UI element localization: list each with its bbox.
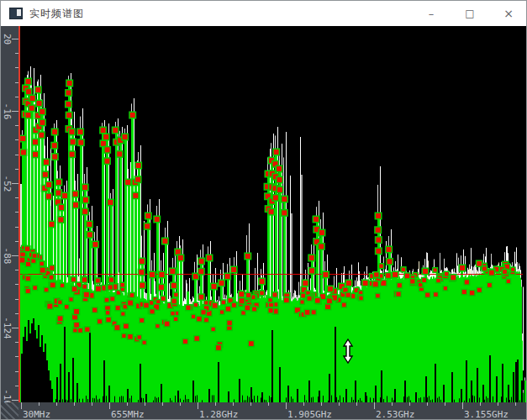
- axis-corner: [1, 402, 18, 420]
- minimize-button[interactable]: –: [412, 1, 451, 26]
- x-tick: [356, 402, 357, 406]
- x-tick-label: 655MHz: [111, 409, 145, 420]
- x-tick-label: 30MHz: [23, 409, 50, 420]
- y-tick-label: -124: [2, 312, 13, 345]
- x-tick: [268, 402, 269, 406]
- x-axis-ruler: 30MHz655MHz1.28GHz1.905GHz2.53GHz3.155GH…: [1, 402, 527, 420]
- x-tick: [215, 402, 216, 406]
- app-icon: [9, 8, 23, 19]
- y-tick: [12, 39, 18, 39]
- x-tick: [498, 402, 498, 406]
- maximize-button[interactable]: □: [451, 1, 489, 26]
- x-tick: [180, 402, 181, 406]
- y-tick: [12, 400, 18, 401]
- x-tick-label: 3.155GHz: [464, 409, 509, 420]
- y-tick: [12, 328, 18, 328]
- x-tick-label: 1.905GHz: [287, 409, 332, 420]
- x-tick: [409, 402, 410, 406]
- y-tick-label: -16: [2, 95, 13, 129]
- window-frame: 实时频谱图 – □ × 20-16-52-88-124-160 30MHz655…: [0, 0, 527, 420]
- spectrum-panel: 20-16-52-88-124-160 30MHz655MHz1.28GHz1.…: [1, 26, 527, 420]
- x-tick: [462, 402, 463, 409]
- y-tick: [12, 111, 18, 112]
- y-tick: [12, 255, 18, 256]
- x-tick: [392, 402, 393, 406]
- x-tick: [286, 402, 287, 409]
- x-tick: [515, 402, 516, 406]
- window-title: 实时频谱图: [29, 7, 84, 21]
- y-tick-label: -52: [2, 167, 13, 201]
- y-tick-label: 20: [2, 23, 13, 56]
- x-tick: [74, 402, 75, 406]
- x-tick-label: 2.53GHz: [376, 409, 414, 420]
- x-tick: [427, 402, 428, 406]
- x-tick: [321, 402, 322, 406]
- x-tick: [162, 402, 163, 406]
- x-tick: [109, 402, 110, 409]
- x-tick: [303, 402, 304, 406]
- x-tick: [374, 402, 375, 409]
- x-tick: [56, 402, 57, 406]
- x-tick: [39, 402, 40, 406]
- x-tick: [145, 402, 145, 406]
- title-bar[interactable]: 实时频谱图 – □ ×: [1, 1, 527, 26]
- close-button[interactable]: ×: [489, 1, 527, 26]
- x-tick: [21, 402, 22, 409]
- x-tick: [480, 402, 481, 406]
- x-tick: [250, 402, 251, 406]
- spectrum-plot[interactable]: [20, 26, 527, 402]
- y-axis-ruler: 20-16-52-88-124-160: [1, 26, 18, 402]
- x-tick-label: 1.28GHz: [199, 409, 238, 420]
- x-tick: [92, 402, 92, 406]
- y-tick: [12, 183, 18, 184]
- x-tick: [445, 402, 445, 406]
- x-tick: [233, 402, 234, 406]
- x-tick: [339, 402, 340, 406]
- x-tick: [127, 402, 128, 406]
- y-tick-label: -88: [2, 239, 13, 273]
- x-tick: [198, 402, 198, 409]
